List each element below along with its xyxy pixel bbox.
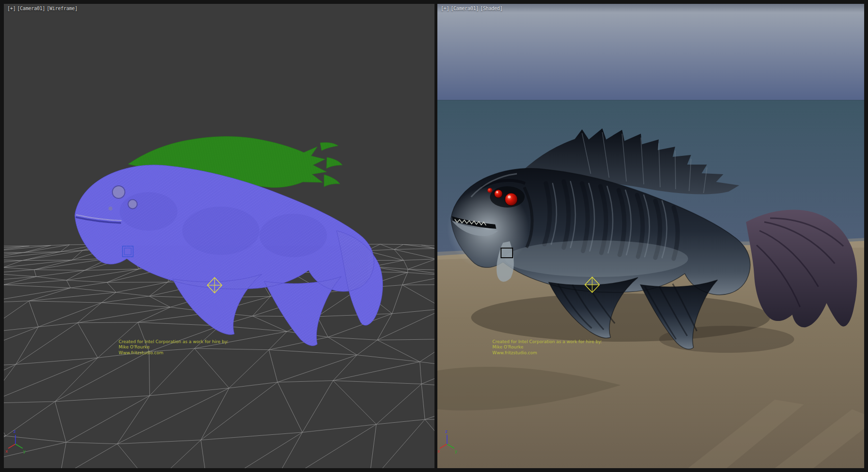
viewport-menu-shading[interactable]: [Shaded] [480,6,503,11]
viewport-menu-pov[interactable]: [Camera01] [450,6,478,11]
shaded-scene: x y z Created for Intel Corporation as a… [437,4,864,468]
viewport-menu-general[interactable]: [+] [7,6,15,11]
fish-eye [128,200,137,209]
eye-highlight [508,195,511,198]
viewport-menu-shading[interactable]: [Wireframe] [47,6,78,11]
axis-y-label: y [455,449,458,454]
viewport-menu-pov[interactable]: [Camera01] [17,6,45,11]
belly-highlight [505,240,688,277]
axis-z-label: z [445,429,448,434]
watermark-line1: Created for Intel Corporation as a work … [492,339,602,344]
viewport-left-wireframe[interactable]: [+][Camera01][Wireframe] [4,4,434,468]
watermark-line1: Created for Intel Corporation as a work … [119,339,228,344]
viewport-menu-general[interactable]: [+] [441,6,449,11]
axis-y-label: y [23,449,26,454]
axis-x-label: x [437,449,440,454]
fish-eye [108,207,112,210]
sky-background [437,4,864,100]
axis-x-label: x [5,449,8,454]
fish-eye [112,186,125,198]
viewport-label: [+][Camera01][Wireframe] [7,6,79,11]
wireframe-scene: x y z Created for Intel Corporation as a… [4,4,434,468]
watermark-line2: Mike O'Rourke [119,345,150,349]
viewport-right-shaded[interactable]: [+][Camera01][Shaded] [437,4,864,468]
fish-eye [494,190,502,198]
eye-highlight [496,191,498,193]
watermark-line2: Mike O'Rourke [492,345,524,349]
axis-z-label: z [14,429,16,434]
viewport-label: [+][Camera01][Shaded] [441,6,504,11]
watermark-line3: Www.fritzstudio.com [492,350,537,355]
fish-eye [488,188,492,193]
fish-eye [505,193,517,206]
viewport-area: [+][Camera01][Wireframe] [0,0,868,472]
watermark-line3: Www.fritzstudio.com [119,350,163,355]
